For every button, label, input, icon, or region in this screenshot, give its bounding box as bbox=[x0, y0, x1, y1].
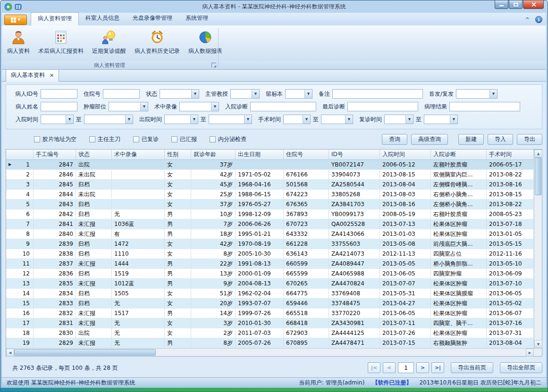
table-row[interactable]: 72841未汇报1036蓝男7岁2006-06-26670723QA002552… bbox=[6, 219, 534, 229]
column-header[interactable]: 出生日期 bbox=[236, 150, 284, 159]
surgery-date-to-combo[interactable]: ▼ bbox=[321, 115, 353, 124]
export-current-page-button[interactable]: 导出当前页 bbox=[451, 362, 493, 373]
table-row[interactable]: 52843归档女37岁1976-05-27676365ZA38417032013… bbox=[6, 200, 534, 209]
table-row[interactable]: 112837未汇报1444男22岁1991-08-13660599ZA40894… bbox=[6, 259, 534, 269]
import-button[interactable]: 导入 bbox=[488, 134, 513, 145]
admission-no-input[interactable] bbox=[103, 89, 140, 99]
scroll-left-icon[interactable]: ◀ bbox=[6, 349, 14, 357]
table-row[interactable]: 32845归档女45岁1968-04-16501568ZA25805442013… bbox=[6, 180, 534, 190]
query-button[interactable]: 查询 bbox=[382, 134, 407, 145]
final-diagnosis-input[interactable] bbox=[347, 102, 418, 111]
last-page-button[interactable]: >| bbox=[431, 362, 444, 373]
tumor-site-combo[interactable]: ▼ bbox=[109, 102, 148, 111]
revisited-checkbox[interactable]: 已复诊 bbox=[133, 135, 159, 143]
tab-disc-video-management[interactable]: 光盘录像带管理 bbox=[126, 12, 179, 25]
professor-combo[interactable]: ▼ bbox=[230, 89, 260, 99]
column-header[interactable]: 入院时间 bbox=[380, 150, 431, 159]
column-header[interactable]: 术中录像 bbox=[112, 150, 165, 159]
reported-checkbox[interactable]: 已汇报 bbox=[171, 135, 197, 143]
h-scroll-track[interactable] bbox=[14, 349, 526, 356]
v-scroll-thumb[interactable] bbox=[535, 158, 541, 195]
revisit-date-to-combo[interactable]: ▼ bbox=[424, 115, 458, 124]
page-number-input[interactable] bbox=[398, 362, 414, 373]
horizontal-scrollbar[interactable]: ◀ ▶ bbox=[6, 348, 542, 356]
v-scroll-track[interactable] bbox=[534, 158, 542, 340]
export-button[interactable]: 导出 bbox=[517, 134, 542, 145]
tab-patient-data-management[interactable]: 病人资料管理 bbox=[31, 12, 79, 26]
column-header[interactable]: 就诊年龄 bbox=[191, 150, 236, 159]
minimize-button[interactable] bbox=[495, 0, 508, 9]
admission-diagnosis-input[interactable] bbox=[250, 102, 316, 111]
pathology-result-input[interactable] bbox=[449, 102, 520, 111]
patient-history-button[interactable]: 病人资料历史记录 bbox=[130, 27, 184, 61]
table-row[interactable]: 42844未出院女25岁1988-06-15674223338052682013… bbox=[6, 190, 534, 200]
table-row[interactable]: 122836归档1519男13岁2000-01-09665599ZA406598… bbox=[6, 269, 534, 279]
discharge-date-to-combo[interactable]: ▼ bbox=[209, 115, 252, 124]
table-row[interactable]: 92839归档1472女42岁1970-08-19661228337556032… bbox=[6, 239, 534, 249]
column-header[interactable]: 性别 bbox=[165, 150, 191, 159]
table-row[interactable]: 182830出院无女2岁2011-07-03672903ZA4444125201… bbox=[6, 328, 534, 338]
revisit-reminder-button[interactable]: 近期复诊提醒 bbox=[88, 27, 130, 61]
help-info-icon[interactable]: i bbox=[535, 16, 542, 23]
table-row[interactable]: 142834归档1505女51岁1962-02-0466477533769408… bbox=[6, 289, 534, 299]
admission-date-to-combo[interactable]: ▼ bbox=[84, 115, 133, 124]
scroll-down-icon[interactable]: ▼ bbox=[534, 340, 542, 348]
collapse-ribbon-icon[interactable]: ^ bbox=[525, 17, 530, 22]
new-button[interactable]: 新建 bbox=[458, 134, 484, 145]
table-row[interactable]: 22846未出院女42岁1971-05-02676166339040732013… bbox=[6, 170, 534, 180]
advanced-query-button[interactable]: 高级查询 bbox=[411, 134, 448, 145]
prev-page-button[interactable]: < bbox=[383, 362, 396, 373]
patient-name-input[interactable] bbox=[41, 102, 77, 111]
column-header[interactable] bbox=[6, 150, 34, 159]
quick-access-grid-icon[interactable] bbox=[15, 3, 22, 10]
export-all-pages-button[interactable]: 导出全部页 bbox=[500, 362, 542, 373]
first-recurrence-combo[interactable]: ▼ bbox=[456, 89, 497, 99]
table-row[interactable]: 172831未汇报无女3岁2010-01-30668418ZA343098120… bbox=[6, 318, 534, 328]
table-row[interactable]: 152833归档无女20岁1993-07-0765944633748475201… bbox=[6, 299, 534, 309]
close-button[interactable] bbox=[523, 0, 544, 9]
table-row[interactable]: ▶12847出院女37岁YB00721472006-05-12左额叶胶质瘤200… bbox=[6, 160, 534, 170]
next-page-button[interactable]: > bbox=[416, 362, 429, 373]
status-combo[interactable]: ▼ bbox=[160, 89, 199, 99]
revisit-date-from-combo[interactable]: ▼ bbox=[384, 115, 413, 124]
endocrine-exam-checkbox[interactable]: 内分泌检查 bbox=[210, 135, 246, 143]
patient-report-button[interactable]: 病人数据报表 bbox=[184, 27, 227, 61]
chief-surgeon-checkbox[interactable]: 主任主刀 bbox=[89, 135, 120, 143]
scroll-up-icon[interactable]: ▲ bbox=[534, 150, 542, 158]
admission-date-from-combo[interactable]: ▼ bbox=[41, 115, 74, 124]
first-page-button[interactable]: |< bbox=[368, 362, 380, 373]
table-row[interactable]: 162832未汇报1517男14岁1999-07-266655183377022… bbox=[6, 309, 534, 318]
tab-close-icon[interactable]: × bbox=[50, 73, 54, 78]
column-header[interactable]: 住院号 bbox=[284, 150, 329, 159]
column-header[interactable]: 入院诊断 bbox=[431, 150, 487, 159]
maximize-button[interactable] bbox=[509, 0, 523, 9]
tab-system-management[interactable]: 系统管理 bbox=[179, 12, 215, 25]
vertical-scrollbar[interactable]: ▲ ▼ bbox=[534, 150, 542, 348]
table-row[interactable]: 82840未汇报有男18岁1995-01-21643332ZA414306620… bbox=[6, 229, 534, 239]
application-menu-button[interactable]: ▼ bbox=[4, 15, 27, 25]
postop-report-button[interactable]: 术后病人汇报资料 bbox=[34, 27, 88, 61]
table-row[interactable]: 132835未汇报1012蓝男9岁2004-08-13670265ZA44708… bbox=[6, 279, 534, 289]
scroll-right-icon[interactable]: ▶ bbox=[526, 349, 534, 357]
table-row[interactable]: 192829未汇报无男8岁2005-07-26670895ZA447847120… bbox=[6, 338, 534, 348]
specimen-combo[interactable]: ▼ bbox=[285, 89, 312, 99]
column-header[interactable]: ID号 bbox=[329, 150, 380, 159]
app-logo-icon bbox=[4, 3, 12, 11]
patient-id-input[interactable] bbox=[41, 89, 77, 99]
table-row[interactable]: 62842归档无男10岁1998-12-09367893YB0099173200… bbox=[6, 209, 534, 219]
surgery-date-from-combo[interactable]: ▼ bbox=[283, 115, 311, 124]
table-row[interactable]: 102838归档1110女8岁2005-10-30636143ZA4214073… bbox=[6, 249, 534, 259]
h-scroll-thumb[interactable] bbox=[14, 349, 156, 356]
dialog-launcher-icon[interactable] bbox=[211, 63, 216, 67]
remarks-input[interactable] bbox=[332, 89, 423, 99]
column-header[interactable]: 手术时间 bbox=[487, 150, 534, 159]
discharge-date-from-combo[interactable]: ▼ bbox=[164, 115, 198, 124]
tab-patient-basic-data[interactable]: 病人基本资料 × bbox=[6, 69, 59, 82]
intraop-video-combo[interactable]: ▼ bbox=[179, 102, 219, 111]
film-address-empty-checkbox[interactable]: 胶片地址为空 bbox=[34, 135, 76, 143]
column-header[interactable]: 手工编号 bbox=[34, 150, 76, 159]
tab-department-staff-info[interactable]: 科室人员信息 bbox=[79, 12, 126, 25]
patient-data-button[interactable]: 病人资料 bbox=[3, 27, 34, 61]
column-header[interactable]: 状态 bbox=[76, 150, 112, 159]
grid-cell: 2013-07-16 bbox=[487, 318, 534, 328]
